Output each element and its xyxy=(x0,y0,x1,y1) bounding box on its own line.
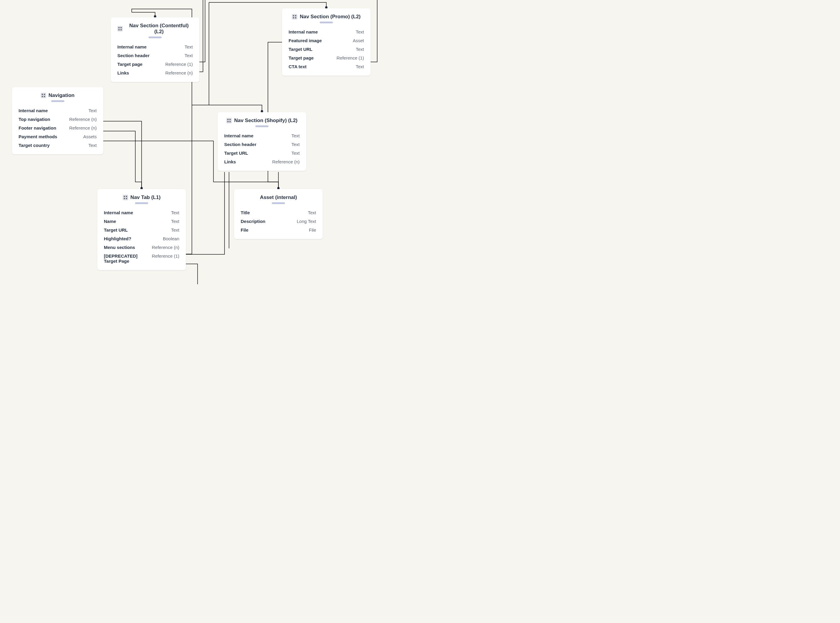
node-header: Nav Section (Contentful) (L2) xyxy=(117,23,193,35)
node-header: Nav Tab (L1) xyxy=(104,195,179,201)
field-label: Internal name xyxy=(104,210,133,215)
field-label: Links xyxy=(117,70,129,75)
field-type: Text xyxy=(291,133,299,138)
node-header: Asset (internal) xyxy=(241,195,316,201)
field-type: Reference (n) xyxy=(152,245,179,250)
drag-handle[interactable] xyxy=(320,21,333,23)
diagram-canvas[interactable]: NavigationInternal nameTextTop navigatio… xyxy=(0,0,383,284)
node-header: Nav Section (Promo) (L2) xyxy=(289,14,364,20)
field-type: Text xyxy=(184,44,193,49)
svg-point-23 xyxy=(227,121,229,123)
svg-point-19 xyxy=(295,17,296,18)
svg-point-27 xyxy=(126,196,127,197)
field-label: Internal name xyxy=(224,133,253,138)
field-row: Target URLText xyxy=(224,149,299,157)
field-type: Long Text xyxy=(297,219,316,224)
field-row: Target URLText xyxy=(104,226,179,234)
field-row: Internal nameText xyxy=(224,131,299,140)
field-label: Target page xyxy=(289,55,314,60)
node-asset-internal[interactable]: Asset (internal)TitleTextDescriptionLong… xyxy=(234,189,323,239)
svg-point-21 xyxy=(227,119,229,120)
field-label: Links xyxy=(224,159,236,164)
field-type: File xyxy=(309,227,316,233)
field-type: Text xyxy=(356,29,364,34)
drag-handle[interactable] xyxy=(149,37,162,38)
field-type: Assets xyxy=(83,134,97,139)
svg-rect-15 xyxy=(292,14,297,20)
svg-rect-20 xyxy=(226,118,232,123)
field-type: Text xyxy=(308,210,316,215)
field-row: [DEPRECATED] Target PageReference (1) xyxy=(104,252,179,265)
field-row: Internal nameText xyxy=(18,106,97,115)
field-label: Description xyxy=(241,219,266,224)
field-label: Target country xyxy=(18,143,50,148)
field-row: Target countryText xyxy=(18,141,97,150)
node-nav-section-promo[interactable]: Nav Section (Promo) (L2)Internal nameTex… xyxy=(282,8,371,76)
svg-point-22 xyxy=(230,119,231,120)
svg-point-6 xyxy=(42,94,43,95)
svg-point-9 xyxy=(44,96,45,97)
field-label: Highlighted? xyxy=(104,236,131,241)
drag-handle[interactable] xyxy=(51,100,64,102)
field-type: Reference (n) xyxy=(272,159,299,164)
svg-rect-5 xyxy=(41,93,46,98)
field-type: Text xyxy=(171,227,179,233)
field-row: Payment methodsAssets xyxy=(18,132,97,141)
component-icon xyxy=(123,195,128,200)
field-row: NameText xyxy=(104,217,179,226)
node-nav-section-shopify[interactable]: Nav Section (Shopify) (L2)Internal nameT… xyxy=(218,112,306,171)
svg-point-7 xyxy=(44,94,45,95)
field-row: Target pageReference (1) xyxy=(289,54,364,62)
field-label: Target URL xyxy=(104,227,128,233)
svg-point-12 xyxy=(121,27,122,28)
field-row: Menu sectionsReference (n) xyxy=(104,243,179,252)
drag-handle[interactable] xyxy=(255,125,269,127)
drag-handle[interactable] xyxy=(135,202,148,204)
field-type: Reference (1) xyxy=(165,61,193,67)
node-header: Navigation xyxy=(18,92,97,98)
field-row: Highlighted?Boolean xyxy=(104,234,179,243)
field-row: FileFile xyxy=(241,226,316,234)
svg-rect-25 xyxy=(123,195,128,200)
field-row: LinksReference (n) xyxy=(117,69,193,77)
field-label: Section header xyxy=(224,142,256,147)
field-row: Section headerText xyxy=(117,51,193,60)
field-type: Text xyxy=(291,150,299,156)
field-type: Text xyxy=(356,64,364,69)
field-label: Internal name xyxy=(289,29,318,34)
drag-handle[interactable] xyxy=(272,202,285,204)
field-row: Internal nameText xyxy=(117,43,193,51)
field-type: Reference (1) xyxy=(152,253,179,259)
svg-point-8 xyxy=(42,96,43,97)
field-label: CTA text xyxy=(289,64,307,69)
field-row: CTA textText xyxy=(289,62,364,71)
field-type: Reference (n) xyxy=(165,70,193,75)
component-icon xyxy=(226,118,232,123)
svg-point-29 xyxy=(126,198,127,199)
svg-rect-10 xyxy=(117,26,123,31)
field-row: Featured imageAsset xyxy=(289,36,364,45)
component-icon xyxy=(292,14,297,20)
field-row: Section headerText xyxy=(224,140,299,149)
field-type: Text xyxy=(291,142,299,147)
field-label: [DEPRECATED] Target Page xyxy=(104,253,146,264)
field-type: Text xyxy=(171,219,179,224)
field-label: File xyxy=(241,227,249,233)
field-label: Target URL xyxy=(289,47,313,52)
field-label: Payment methods xyxy=(18,134,57,139)
node-title: Nav Section (Contentful) (L2) xyxy=(125,23,193,35)
field-row: Top navigationReference (n) xyxy=(18,115,97,124)
node-nav-section-contentful[interactable]: Nav Section (Contentful) (L2)Internal na… xyxy=(111,17,200,82)
node-header: Nav Section (Shopify) (L2) xyxy=(224,118,299,124)
field-row: Footer navigationReference (n) xyxy=(18,124,97,132)
node-navigation[interactable]: NavigationInternal nameTextTop navigatio… xyxy=(12,87,103,154)
field-label: Featured image xyxy=(289,38,322,43)
field-type: Text xyxy=(88,143,97,148)
svg-point-11 xyxy=(118,27,120,28)
svg-point-16 xyxy=(293,15,294,17)
node-title: Asset (internal) xyxy=(260,195,297,201)
field-type: Text xyxy=(171,210,179,215)
node-nav-tab[interactable]: Nav Tab (L1)Internal nameTextNameTextTar… xyxy=(97,189,186,270)
field-row: Internal nameText xyxy=(104,208,179,217)
field-type: Text xyxy=(184,53,193,58)
